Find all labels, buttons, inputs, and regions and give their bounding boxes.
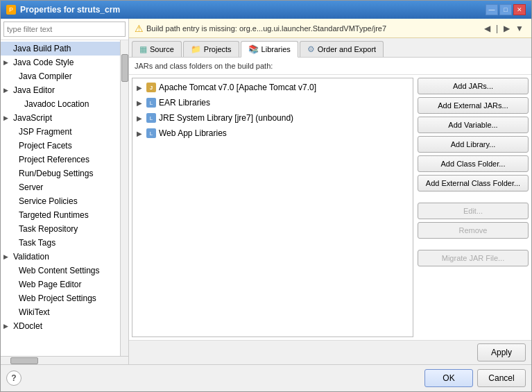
ok-button[interactable]: OK [424, 369, 473, 387]
sidebar-item-java-compiler[interactable]: Java Compiler [1, 69, 120, 83]
sidebar-item-validation[interactable]: ▶ Validation [1, 250, 120, 264]
lib-icon: L [146, 113, 156, 123]
sidebar-label: JSP Fragment [19, 127, 71, 137]
help-button[interactable]: ? [6, 370, 22, 386]
tab-projects-icon: 📁 [191, 44, 201, 54]
add-class-folder-button[interactable]: Add Class Folder... [418, 155, 529, 172]
window-icon: P [6, 5, 16, 15]
sidebar-item-javascript[interactable]: ▶ JavaScript [1, 111, 120, 125]
tab-order-icon: ⚙ [307, 44, 315, 54]
window-title: Properties for struts_crm [20, 5, 120, 15]
sidebar-item-web-content-settings[interactable]: Web Content Settings [1, 264, 120, 278]
remove-button[interactable]: Remove [418, 222, 529, 239]
main-window: P Properties for struts_crm — □ ✕ Java B… [0, 0, 532, 392]
tree-item-label: Web App Libraries [159, 128, 227, 138]
tab-source[interactable]: ▦ Source [132, 41, 182, 57]
warning-separator: | [494, 24, 500, 33]
sidebar-item-service-policies[interactable]: Service Policies [1, 194, 120, 208]
action-buttons: Add JARs... Add External JARs... Add Var… [418, 78, 529, 337]
sidebar-item-task-tags[interactable]: Task Tags [1, 236, 120, 250]
minimize-button[interactable]: — [486, 4, 498, 15]
edit-button[interactable]: Edit... [418, 203, 529, 219]
tree-expand-arrow: ▶ [137, 114, 144, 122]
tab-libraries[interactable]: 📚 Libraries [241, 41, 298, 58]
sidebar-item-server[interactable]: Server [1, 180, 120, 194]
sidebar-label: Web Content Settings [19, 266, 100, 275]
sidebar-item-wikitext[interactable]: WikiText [1, 305, 120, 319]
close-button[interactable]: ✕ [513, 4, 526, 15]
sidebar-label: Validation [13, 252, 49, 262]
cancel-button[interactable]: Cancel [477, 369, 526, 387]
sidebar-item-task-repository[interactable]: Task Repository [1, 222, 120, 236]
tree-item-ear-libs[interactable]: ▶ L EAR Libraries [134, 95, 411, 110]
warning-menu-button[interactable]: ▼ [513, 24, 526, 33]
sidebar-label: Service Policies [19, 196, 78, 206]
expand-arrow: ▶ [3, 59, 10, 66]
sidebar-item-project-references[interactable]: Project References [1, 153, 120, 167]
sidebar-item-xdoclet[interactable]: ▶ XDoclet [1, 319, 120, 333]
add-library-button[interactable]: Add Library... [418, 136, 529, 153]
lib-icon: L [146, 98, 156, 108]
sidebar-label: Web Page Editor [19, 280, 82, 289]
sidebar-item-web-page-editor[interactable]: Web Page Editor [1, 278, 120, 291]
sidebar-scrollbar[interactable] [120, 40, 128, 356]
tree-item-label: JRE System Library [jre7] (unbound) [159, 113, 293, 123]
tree-item-jre[interactable]: ▶ L JRE System Library [jre7] (unbound) [134, 110, 411, 126]
apply-row: Apply [129, 340, 531, 364]
warning-prev-button[interactable]: ◀ [482, 24, 492, 33]
apply-button[interactable]: Apply [477, 343, 526, 361]
panel-main: ▶ J Apache Tomcat v7.0 [Apache Tomcat v7… [129, 75, 531, 340]
warning-message: Build path entry is missing: org.e...ug.… [146, 24, 386, 33]
warning-nav: ◀ | ▶ ▼ [482, 24, 526, 33]
sidebar-label: Java Code Style [13, 58, 74, 67]
title-bar-buttons: — □ ✕ [486, 4, 526, 15]
filter-input[interactable] [3, 22, 126, 37]
sidebar-item-javadoc-location[interactable]: Javadoc Location [1, 97, 120, 111]
sidebar-label: WikiText [19, 307, 50, 317]
tree-item-webapp-libs[interactable]: ▶ L Web App Libraries [134, 126, 411, 141]
sidebar-item-project-facets[interactable]: Project Facets [1, 139, 120, 153]
warning-icon: ⚠ [135, 23, 144, 34]
main-content: Java Build Path ▶ Java Code Style Java C… [1, 19, 531, 364]
tab-projects-label: Projects [204, 45, 232, 53]
add-external-class-folder-button[interactable]: Add External Class Folder... [418, 175, 529, 191]
sidebar-item-java-build-path[interactable]: Java Build Path [1, 42, 120, 56]
tab-order-label: Order and Export [318, 45, 376, 53]
add-external-jars-button[interactable]: Add External JARs... [418, 97, 529, 114]
warning-next-button[interactable]: ▶ [501, 24, 512, 33]
expand-arrow: ▶ [3, 114, 10, 121]
sidebar-item-jsp-fragment[interactable]: JSP Fragment [1, 125, 120, 139]
button-spacer [418, 194, 529, 200]
add-variable-button[interactable]: Add Variable... [418, 117, 529, 133]
sidebar-label: JavaScript [13, 113, 52, 123]
sidebar-item-java-editor[interactable]: ▶ Java Editor [1, 83, 120, 97]
tab-libraries-label: Libraries [261, 45, 291, 53]
add-jars-button[interactable]: Add JARs... [418, 78, 529, 94]
migrate-jar-button[interactable]: Migrate JAR File... [418, 250, 529, 266]
tree-item-label: Apache Tomcat v7.0 [Apache Tomcat v7.0] [159, 83, 316, 92]
expand-arrow: ▶ [3, 323, 10, 330]
sidebar-item-targeted-runtimes[interactable]: Targeted Runtimes [1, 208, 120, 222]
sidebar-list: Java Build Path ▶ Java Code Style Java C… [1, 40, 120, 356]
sidebar-label: Project Facets [19, 141, 72, 151]
maximize-button[interactable]: □ [499, 4, 512, 15]
tree-expand-arrow: ▶ [137, 130, 144, 137]
tree-item-label: EAR Libraries [159, 98, 210, 108]
tree-item-tomcat[interactable]: ▶ J Apache Tomcat v7.0 [Apache Tomcat v7… [134, 80, 411, 95]
tab-source-label: Source [150, 45, 174, 53]
expand-arrow: ▶ [3, 253, 10, 260]
sidebar-item-web-project-settings[interactable]: Web Project Settings [1, 291, 120, 305]
sidebar-item-java-code-style[interactable]: ▶ Java Code Style [1, 56, 120, 69]
sidebar-scroll-area: Java Build Path ▶ Java Code Style Java C… [1, 40, 128, 356]
tab-projects[interactable]: 📁 Projects [183, 41, 239, 57]
sidebar-label: Javadoc Location [24, 99, 89, 109]
sidebar-hscroll[interactable] [1, 356, 128, 364]
sidebar-item-run-debug-settings[interactable]: Run/Debug Settings [1, 167, 120, 180]
sidebar-label: Java Editor [13, 85, 55, 95]
sidebar-label: Java Build Path [13, 44, 71, 53]
tabs-row: ▦ Source 📁 Projects 📚 Libraries ⚙ Order … [129, 38, 531, 58]
sidebar-label: Run/Debug Settings [19, 169, 93, 178]
tab-order-export[interactable]: ⚙ Order and Export [300, 41, 384, 57]
sidebar-label: Task Repository [19, 224, 78, 234]
build-path-tree[interactable]: ▶ J Apache Tomcat v7.0 [Apache Tomcat v7… [132, 78, 413, 337]
